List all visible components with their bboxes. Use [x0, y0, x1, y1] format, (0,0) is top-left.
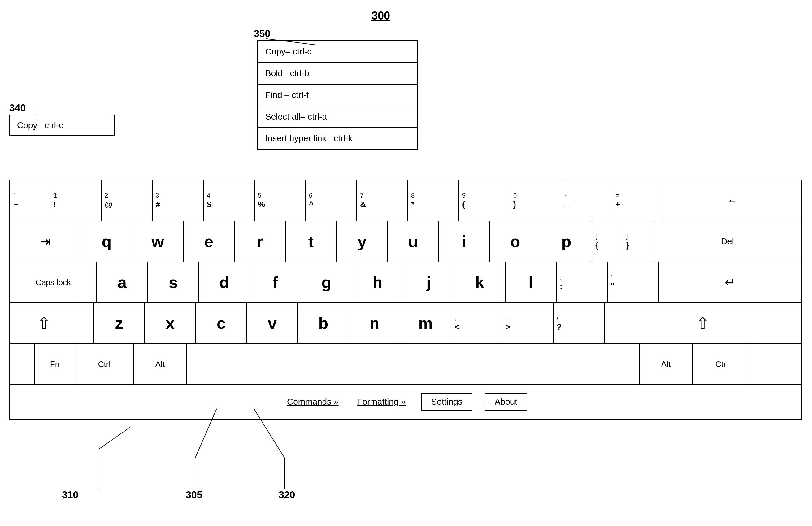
key-5[interactable]: 5 % [255, 180, 306, 221]
key-slash[interactable]: / ? [553, 303, 605, 344]
key-p[interactable]: p [541, 221, 592, 262]
key-y[interactable]: y [337, 221, 388, 262]
figure-number: 300 [372, 9, 390, 22]
keyboard-body: ` ~ 1 ! 2 @ 3 # 4 $ 5 % [9, 179, 802, 420]
menu-item-hyperlink[interactable]: Insert hyper link– ctrl-k [258, 128, 417, 149]
key-ctrl-left[interactable]: Ctrl [75, 344, 134, 384]
key-tilde[interactable]: ` ~ [10, 180, 50, 221]
key-h[interactable]: h [352, 262, 403, 303]
menu-item-find[interactable]: Find – ctrl-f [258, 85, 417, 106]
key-e[interactable]: e [184, 221, 235, 262]
key-z[interactable]: z [94, 303, 145, 344]
key-7[interactable]: 7 & [357, 180, 408, 221]
ref-320: 320 [279, 489, 295, 501]
key-backspace[interactable]: ← [663, 180, 801, 221]
key-t[interactable]: t [286, 221, 337, 262]
key-alt-right[interactable]: Alt [640, 344, 693, 384]
key-2[interactable]: 2 @ [102, 180, 153, 221]
key-6[interactable]: 6 ^ [306, 180, 357, 221]
key-space[interactable] [187, 344, 640, 384]
key-1[interactable]: 1 ! [50, 180, 102, 221]
commands-link[interactable]: Commands » [281, 397, 345, 407]
key-minus[interactable]: - _ [561, 180, 612, 221]
key-b[interactable]: b [298, 303, 349, 344]
callout-340-box: Copy– ctrl-c [9, 115, 115, 136]
about-button[interactable]: About [485, 393, 527, 410]
modifier-row: Fn Ctrl Alt Alt Ctrl [10, 344, 801, 385]
settings-button[interactable]: Settings [421, 393, 473, 410]
key-shift-left[interactable]: ⇧ [10, 303, 78, 344]
key-f[interactable]: f [250, 262, 301, 303]
key-c[interactable]: c [196, 303, 247, 344]
key-capslock[interactable]: Caps lock [10, 262, 97, 303]
commands-bar: Commands » Formatting » Settings About [10, 385, 801, 419]
key-comma[interactable]: , < [451, 303, 503, 344]
key-equals[interactable]: = + [612, 180, 663, 221]
svg-line-3 [99, 427, 130, 449]
key-ctrl-right[interactable]: Ctrl [693, 344, 751, 384]
key-period[interactable]: . > [503, 303, 553, 344]
key-j[interactable]: j [403, 262, 454, 303]
key-n[interactable]: n [349, 303, 400, 344]
menu-item-bold[interactable]: Bold– ctrl-b [258, 63, 417, 85]
key-enter[interactable]: ↵ [659, 262, 801, 303]
menu-item-select-all[interactable]: Select all– ctrl-a [258, 106, 417, 128]
callout-340-label: 340 [9, 102, 26, 114]
key-semicolon[interactable]: ; : [556, 262, 608, 303]
key-quote[interactable]: ' " [608, 262, 659, 303]
key-v[interactable]: v [247, 303, 298, 344]
callout-350-menu: Copy– ctrl-c Bold– ctrl-b Find – ctrl-f … [257, 40, 418, 150]
key-rbracket[interactable]: ] } [623, 221, 654, 262]
number-row: ` ~ 1 ! 2 @ 3 # 4 $ 5 % [10, 180, 801, 221]
formatting-link[interactable]: Formatting » [351, 397, 412, 407]
key-w[interactable]: w [132, 221, 184, 262]
key-lbracket[interactable]: [ { [592, 221, 623, 262]
asdf-row: Caps lock a s d f g h j k l ; : ' " ↵ [10, 262, 801, 303]
key-l[interactable]: l [506, 262, 556, 303]
key-tab[interactable]: ⇥ [10, 221, 82, 262]
key-shift-right[interactable]: ⇧ [605, 303, 801, 344]
key-a[interactable]: a [97, 262, 148, 303]
key-q[interactable]: q [82, 221, 132, 262]
key-3[interactable]: 3 # [153, 180, 204, 221]
key-far-right[interactable] [751, 344, 801, 384]
key-0[interactable]: 0 ) [510, 180, 561, 221]
key-far-left[interactable] [10, 344, 35, 384]
key-fn[interactable]: Fn [35, 344, 75, 384]
key-k[interactable]: k [454, 262, 506, 303]
ref-310: 310 [62, 489, 78, 501]
key-9[interactable]: 9 ( [459, 180, 510, 221]
key-x[interactable]: x [145, 303, 196, 344]
key-extra[interactable] [78, 303, 94, 344]
qwerty-row: ⇥ q w e r t y u i o p [ { ] } Del [10, 221, 801, 262]
callout-350-label: 350 [254, 28, 270, 39]
key-4[interactable]: 4 $ [204, 180, 255, 221]
key-d[interactable]: d [199, 262, 250, 303]
zxcv-row: ⇧ z x c v b n m , < . > / ? ⇧ [10, 303, 801, 344]
key-8[interactable]: 8 * [408, 180, 459, 221]
key-i[interactable]: i [439, 221, 490, 262]
key-r[interactable]: r [235, 221, 286, 262]
key-m[interactable]: m [400, 303, 451, 344]
key-g[interactable]: g [301, 262, 352, 303]
key-o[interactable]: o [490, 221, 541, 262]
menu-item-copy[interactable]: Copy– ctrl-c [258, 41, 417, 63]
keyboard: ` ~ 1 ! 2 @ 3 # 4 $ 5 % [9, 179, 802, 420]
ref-305: 305 [186, 489, 202, 501]
key-u[interactable]: u [388, 221, 439, 262]
key-s[interactable]: s [148, 262, 199, 303]
key-alt-left[interactable]: Alt [134, 344, 187, 384]
key-del[interactable]: Del [654, 221, 801, 262]
